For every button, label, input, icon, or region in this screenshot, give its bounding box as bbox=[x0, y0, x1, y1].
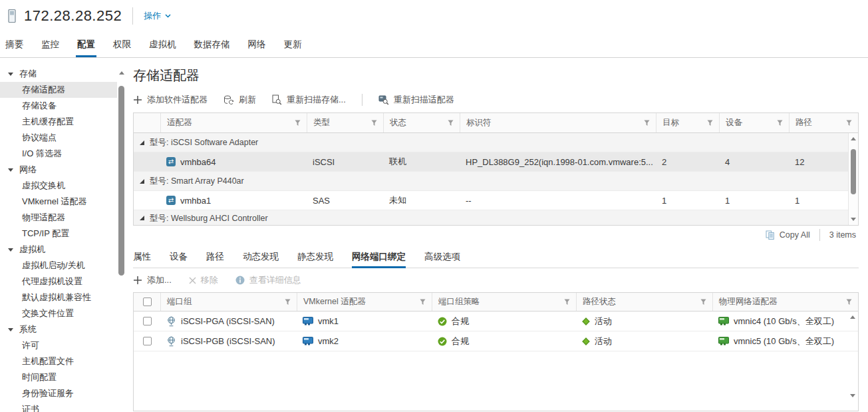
sidebar-group-storage[interactable]: 存储 bbox=[0, 66, 117, 82]
collapse-triangle-icon bbox=[8, 73, 13, 76]
physical-nic-name: vmnic5 (10 Gb/s、全双工) bbox=[734, 335, 834, 347]
adapter-identifier: -- bbox=[460, 196, 656, 206]
sidebar-group-system[interactable]: 系统 bbox=[0, 321, 117, 337]
tab-network-port-binding[interactable]: 网络端口绑定 bbox=[352, 246, 406, 268]
filter-icon[interactable] bbox=[285, 299, 291, 306]
adapter-row-vmhba1[interactable]: ⇄ vmhba1 SAS 未知 -- 1 1 1 bbox=[134, 191, 858, 210]
port-group-icon bbox=[166, 316, 176, 327]
select-all-checkbox[interactable] bbox=[143, 298, 152, 306]
add-binding-button[interactable]: 添加... bbox=[133, 274, 172, 286]
sidebar-item-host-cache[interactable]: 主机缓存配置 bbox=[0, 114, 117, 130]
sidebar-scrollbar[interactable] bbox=[117, 67, 126, 411]
collapse-triangle-icon bbox=[8, 168, 13, 172]
row-checkbox[interactable] bbox=[143, 337, 152, 345]
scroll-down-icon[interactable] bbox=[851, 218, 856, 221]
tab-static-discovery[interactable]: 静态发现 bbox=[297, 246, 333, 268]
tab-advanced-options[interactable]: 高级选项 bbox=[424, 246, 460, 268]
filter-icon[interactable] bbox=[371, 120, 377, 126]
tab-vms[interactable]: 虚拟机 bbox=[149, 32, 176, 57]
sidebar-item-storage-devices[interactable]: 存储设备 bbox=[0, 98, 117, 114]
filter-icon[interactable] bbox=[644, 120, 650, 126]
port-group-icon bbox=[166, 336, 176, 347]
filter-icon[interactable] bbox=[777, 120, 783, 126]
adapter-group-wellsburg[interactable]: 型号: Wellsburg AHCI Controller bbox=[134, 210, 858, 225]
sidebar-item-protocol-endpoints[interactable]: 协议端点 bbox=[0, 130, 117, 146]
active-status-icon bbox=[582, 337, 589, 345]
actions-menu-button[interactable]: 操作 bbox=[144, 10, 171, 22]
adapter-group-iscsi[interactable]: 型号: iSCSI Software Adapter bbox=[134, 133, 858, 152]
column-targets: 目标 bbox=[662, 117, 679, 128]
scroll-up-icon[interactable] bbox=[119, 71, 124, 75]
sidebar-item-tcpip-config[interactable]: TCP/IP 配置 bbox=[0, 226, 117, 242]
adapter-name: vmhba1 bbox=[180, 196, 211, 206]
sidebar-item-vm-startup[interactable]: 虚拟机启动/关机 bbox=[0, 258, 117, 274]
header-divider bbox=[132, 7, 133, 25]
column-status: 状态 bbox=[390, 117, 406, 128]
sidebar-item-io-filters[interactable]: I/O 筛选器 bbox=[0, 146, 117, 162]
filter-icon[interactable] bbox=[448, 120, 454, 126]
sidebar-item-licensing[interactable]: 许可 bbox=[0, 337, 117, 353]
adapter-identifier: HP_DL388G9_252(iqn.1998-01.com.vmware:5.… bbox=[460, 157, 656, 167]
scroll-up-icon[interactable] bbox=[850, 315, 855, 319]
row-checkbox[interactable] bbox=[143, 317, 152, 325]
binding-row-pga[interactable]: iSCSI-PGA (iSCSI-SAN) vmk1 bbox=[134, 311, 858, 331]
refresh-button[interactable]: 刷新 bbox=[223, 94, 256, 106]
toolbar-divider bbox=[362, 94, 362, 106]
tab-permissions[interactable]: 权限 bbox=[113, 32, 131, 57]
add-software-adapter-button[interactable]: 添加软件适配器 bbox=[133, 94, 208, 106]
binding-row-pgb[interactable]: iSCSI-PGB (iSCSI-SAN) vmk2 bbox=[134, 331, 858, 351]
tab-devices[interactable]: 设备 bbox=[170, 246, 188, 268]
tab-networks[interactable]: 网络 bbox=[248, 32, 266, 57]
adapter-row-vmhba64[interactable]: ⇄ vmhba64 iSCSI 联机 HP_DL388G9_252(iqn.19… bbox=[134, 152, 858, 172]
adapters-table-scrollbar[interactable] bbox=[848, 133, 858, 225]
tab-monitor[interactable]: 监控 bbox=[41, 32, 59, 57]
sidebar-item-host-profile[interactable]: 主机配置文件 bbox=[0, 353, 117, 369]
tab-properties[interactable]: 属性 bbox=[133, 246, 151, 268]
remove-binding-button[interactable]: 移除 bbox=[189, 274, 218, 286]
rescan-adapter-button[interactable]: 重新扫描适配器 bbox=[378, 94, 454, 106]
scrollbar-thumb[interactable] bbox=[851, 149, 856, 194]
tab-configure[interactable]: 配置 bbox=[77, 32, 95, 57]
group-collapse-icon bbox=[140, 215, 145, 221]
rescan-storage-button[interactable]: 重新扫描存储... bbox=[272, 94, 346, 106]
sidebar-item-time-config[interactable]: 时间配置 bbox=[0, 369, 117, 385]
tab-dynamic-discovery[interactable]: 动态发现 bbox=[243, 246, 279, 268]
port-binding-table-scrollbar[interactable] bbox=[848, 311, 858, 411]
port-binding-toolbar: 添加... 移除 查看详细信息 bbox=[133, 268, 859, 292]
configure-tree: 存储 存储适配器 存储设备 主机缓存配置 协议端点 I/O 筛选器 网络 虚拟交… bbox=[0, 58, 117, 412]
copy-all-button[interactable]: Copy All bbox=[766, 230, 810, 240]
filter-icon[interactable] bbox=[700, 299, 706, 306]
filter-icon[interactable] bbox=[707, 120, 713, 126]
adapter-group-smart-array[interactable]: 型号: Smart Array P440ar bbox=[134, 172, 858, 191]
filter-icon[interactable] bbox=[564, 299, 570, 306]
sidebar-group-vms[interactable]: 虚拟机 bbox=[0, 242, 117, 258]
filter-icon[interactable] bbox=[420, 299, 426, 306]
sidebar-item-auth-services[interactable]: 身份验证服务 bbox=[0, 385, 117, 401]
policy-status: 合规 bbox=[452, 315, 469, 327]
sidebar-item-swap-file[interactable]: 交换文件位置 bbox=[0, 306, 117, 321]
filter-icon[interactable] bbox=[846, 299, 852, 306]
tab-summary[interactable]: 摘要 bbox=[5, 32, 23, 57]
page-title: 存储适配器 bbox=[133, 67, 859, 85]
scroll-up-icon[interactable] bbox=[851, 137, 856, 140]
tab-datastores[interactable]: 数据存储 bbox=[194, 32, 230, 57]
sidebar-item-default-vm-compat[interactable]: 默认虚拟机兼容性 bbox=[0, 290, 117, 306]
storage-adapter-icon: ⇄ bbox=[166, 196, 176, 205]
sidebar-group-networking[interactable]: 网络 bbox=[0, 162, 117, 178]
sidebar-item-virtual-switches[interactable]: 虚拟交换机 bbox=[0, 178, 117, 194]
sidebar-item-agent-vm[interactable]: 代理虚拟机设置 bbox=[0, 274, 117, 290]
sidebar-item-physical-adapters[interactable]: 物理适配器 bbox=[0, 210, 117, 226]
tab-updates[interactable]: 更新 bbox=[284, 32, 302, 57]
vmkernel-adapter-icon bbox=[303, 337, 313, 345]
scroll-down-icon[interactable] bbox=[850, 394, 855, 397]
filter-icon[interactable] bbox=[846, 120, 852, 126]
view-details-button[interactable]: 查看详细信息 bbox=[235, 274, 301, 286]
sidebar-item-storage-adapters[interactable]: 存储适配器 bbox=[0, 82, 117, 98]
tab-paths[interactable]: 路径 bbox=[206, 246, 224, 268]
filter-icon[interactable] bbox=[295, 120, 301, 126]
sidebar-item-vmkernel-adapters[interactable]: VMkernel 适配器 bbox=[0, 194, 117, 210]
footer-divider bbox=[819, 229, 820, 241]
active-status-icon bbox=[582, 317, 589, 325]
sidebar-item-certificate[interactable]: 证书 bbox=[0, 401, 117, 412]
scrollbar-thumb[interactable] bbox=[118, 86, 124, 276]
